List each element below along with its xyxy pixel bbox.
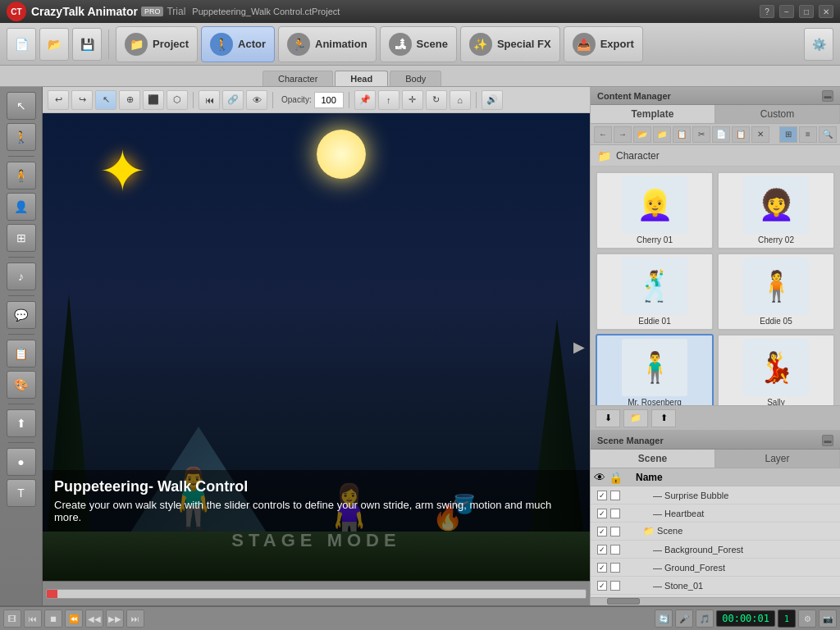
export-button[interactable]: 📤 Export (564, 26, 643, 62)
footer-download[interactable]: ⬇ (596, 409, 620, 427)
ct-btn-5[interactable]: 📋 (673, 126, 691, 143)
specialfx-button[interactable]: ✨ Special FX (460, 26, 560, 62)
select-tool[interactable]: ↖ (7, 92, 36, 120)
actor-button[interactable]: 🚶 Actor (201, 26, 275, 62)
character-item-2[interactable]: 🕺 Eddie 01 (596, 253, 714, 331)
tab-body[interactable]: Body (390, 71, 441, 86)
horizontal-scrollbar[interactable] (591, 597, 840, 605)
maximize-button[interactable]: □ (799, 5, 814, 18)
lock-check-3[interactable] (610, 545, 620, 555)
face-tool[interactable]: 👤 (7, 193, 36, 221)
redo-button[interactable]: ↪ (71, 90, 93, 110)
ct-btn-1[interactable]: ← (594, 126, 612, 143)
next-arrow[interactable]: ▶ (573, 338, 585, 356)
deform-mode[interactable]: ⬛ (143, 90, 164, 110)
character-item-0[interactable]: 👱‍♀️ Cherry 01 (596, 171, 714, 249)
animation-button[interactable]: 🏃 Animation (278, 26, 377, 62)
ct-btn-3[interactable]: 📂 (633, 126, 651, 143)
bones-mode[interactable]: ⬡ (167, 90, 188, 110)
open-button[interactable]: 📂 (39, 28, 69, 61)
character-item-1[interactable]: 👩‍🦱 Cherry 02 (717, 171, 835, 249)
scene-row-4[interactable]: ✓ — Ground_Forest (591, 559, 840, 577)
ct-list-view[interactable]: ≡ (799, 126, 817, 143)
character-item-4[interactable]: 🧍‍♂️ Mr. Rosenberg (596, 334, 714, 405)
music-button[interactable]: 🎵 (696, 609, 714, 628)
camera-button[interactable]: 📷 (819, 609, 837, 628)
tab-head[interactable]: Head (335, 71, 388, 86)
lock-check-5[interactable] (610, 581, 620, 591)
scene-row-3[interactable]: ✓ — Background_Forest (591, 541, 840, 559)
paint-tool[interactable]: 🎨 (7, 371, 36, 399)
scene-manager-close[interactable]: ▬ (822, 435, 833, 446)
tab-layer[interactable]: Layer (715, 450, 840, 468)
visibility-check-5[interactable]: ✓ (597, 581, 607, 591)
transform-mode[interactable]: ⊕ (119, 90, 140, 110)
save-button[interactable]: 💾 (72, 28, 102, 61)
move-up[interactable]: ↑ (378, 90, 399, 110)
footer-folder[interactable]: 📁 (623, 409, 648, 427)
text-tool[interactable]: T (7, 479, 36, 507)
tab-scene[interactable]: Scene (591, 450, 715, 468)
project-button[interactable]: 📁 Project (116, 26, 198, 62)
document-tool[interactable]: 📋 (7, 340, 36, 368)
tab-character[interactable]: Character (262, 71, 333, 86)
cursor-tool[interactable]: ⬆ (7, 409, 36, 437)
loop-button[interactable]: 🔄 (655, 609, 673, 628)
lock-check-2[interactable] (610, 527, 620, 536)
undo-button[interactable]: ↩ (48, 90, 69, 110)
body-tool[interactable]: 🧍 (7, 162, 36, 189)
select-mode[interactable]: ↖ (95, 90, 116, 110)
rewind-button[interactable]: ◀◀ (85, 609, 103, 628)
character-item-3[interactable]: 🧍 Eddie 05 (717, 253, 835, 331)
footer-upload[interactable]: ⬆ (651, 409, 676, 427)
link-button[interactable]: 🔗 (222, 90, 244, 110)
ct-btn-4[interactable]: 📁 (653, 126, 671, 143)
scene-row-0[interactable]: ✓ — Surprise Bubble (591, 486, 840, 504)
lock-check-0[interactable] (610, 491, 620, 500)
scene-row-5[interactable]: ✓ — Stone_01 (591, 577, 840, 595)
ct-btn-2[interactable]: → (614, 126, 632, 143)
content-manager-close[interactable]: ▬ (822, 90, 833, 102)
play-prev-button[interactable]: ⏮ (24, 609, 42, 628)
scene-row-1[interactable]: ✓ — Heartbeat (591, 504, 840, 523)
ct-btn-8[interactable]: 📋 (732, 126, 750, 143)
visibility-check-3[interactable]: ✓ (597, 545, 607, 555)
scene-button[interactable]: 🏞 Scene (380, 26, 457, 62)
dot-tool[interactable]: ● (7, 448, 36, 476)
character-item-5[interactable]: 💃 Sally (717, 334, 835, 405)
actor-icon-btn[interactable]: 🚶 (7, 123, 36, 151)
filmstrip-button[interactable]: 🎞 (3, 609, 21, 628)
ct-grid-view[interactable]: ⊞ (779, 126, 797, 143)
minimize-button[interactable]: − (779, 5, 794, 18)
play-next-button[interactable]: ⏭ (126, 609, 144, 628)
timeline-scrubber[interactable] (46, 589, 587, 599)
scrollbar-thumb[interactable] (607, 598, 640, 605)
mic-button[interactable]: 🎤 (675, 609, 693, 628)
sound-button[interactable]: 🔊 (482, 90, 503, 110)
tab-custom[interactable]: Custom (715, 105, 840, 123)
visibility-check-1[interactable]: ✓ (597, 509, 607, 518)
new-button[interactable]: 📄 (7, 28, 36, 61)
home-button[interactable]: ⌂ (450, 90, 471, 110)
chat-tool[interactable]: 💬 (7, 301, 36, 329)
ct-btn-6[interactable]: ✂ (692, 126, 710, 143)
visibility-check-2[interactable]: ✓ (597, 527, 607, 536)
settings-btn-bottom[interactable]: ⚙ (798, 609, 816, 628)
stop-button[interactable]: ⏹ (44, 609, 62, 628)
rotate-button[interactable]: ↻ (426, 90, 447, 110)
rewind-button[interactable]: ⏮ (199, 90, 220, 110)
play-prev2-button[interactable]: ⏪ (65, 609, 83, 628)
lock-check-4[interactable] (610, 563, 620, 573)
ct-btn-7[interactable]: 📄 (712, 126, 730, 143)
eye-button[interactable]: 👁 (246, 90, 267, 110)
visibility-check-0[interactable]: ✓ (597, 491, 607, 500)
fast-forward-button[interactable]: ▶▶ (106, 609, 124, 628)
scene-row-2[interactable]: ✓ 📁 Scene (591, 523, 840, 541)
lock-check-1[interactable] (610, 509, 620, 518)
pin-button[interactable]: 📌 (354, 90, 376, 110)
tab-template[interactable]: Template (591, 105, 715, 123)
music-tool[interactable]: ♪ (7, 262, 36, 290)
ct-btn-9[interactable]: ✕ (751, 126, 769, 143)
ct-search[interactable]: 🔍 (819, 126, 837, 143)
visibility-check-4[interactable]: ✓ (597, 563, 607, 573)
